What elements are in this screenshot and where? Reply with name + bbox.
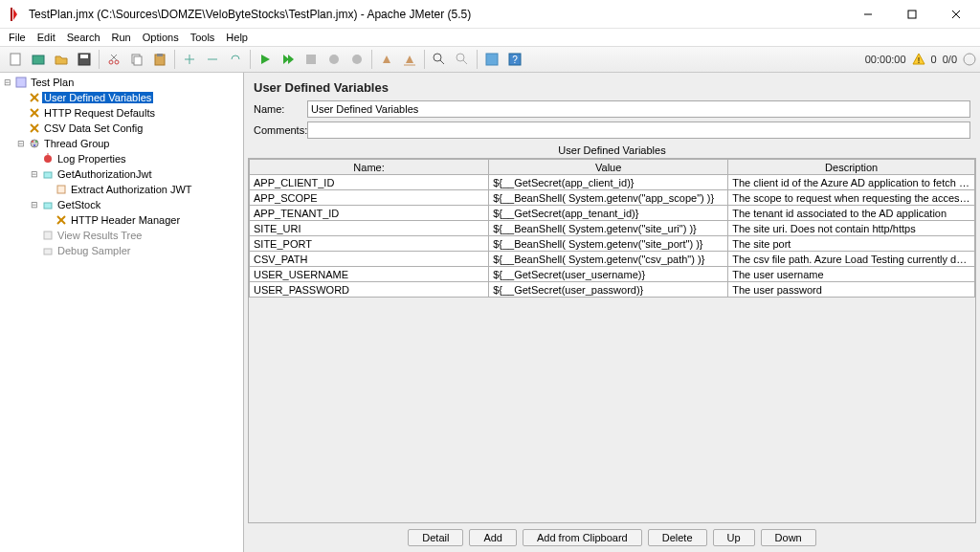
table-row[interactable]: SITE_PORT${__BeanShell( System.getenv("s… (250, 236, 975, 252)
table-cell[interactable]: ${__BeanShell( System.getenv("site_uri")… (489, 221, 728, 236)
svg-point-41 (35, 141, 37, 143)
collapse-icon[interactable]: ⊟ (15, 139, 27, 148)
table-cell[interactable]: ${__GetSecret(user_username)} (489, 267, 728, 282)
tree-user-defined-variables[interactable]: User Defined Variables (0, 90, 243, 105)
svg-point-31 (964, 54, 975, 65)
table-cell[interactable]: USER_PASSWORD (250, 282, 489, 298)
svg-point-42 (33, 144, 35, 146)
cut-button[interactable] (103, 49, 124, 70)
table-cell[interactable]: USER_USERNAME (250, 267, 489, 282)
stop-button[interactable] (301, 49, 322, 70)
menu-tools[interactable]: Tools (186, 32, 220, 43)
menu-file[interactable]: File (4, 32, 31, 43)
collapse-icon[interactable]: ⊟ (29, 200, 40, 210)
table-cell[interactable]: ${__GetSecret(user_password)} (489, 282, 728, 298)
collapse-button[interactable] (202, 49, 223, 70)
delete-button[interactable]: Delete (648, 529, 707, 546)
down-button[interactable]: Down (761, 529, 816, 546)
tree-http-header-manager[interactable]: HTTP Header Manager (0, 212, 243, 228)
maximize-button[interactable] (890, 0, 934, 29)
tree-log-properties[interactable]: Log Properties (0, 151, 243, 166)
clear-button[interactable] (376, 49, 397, 70)
run-indicator-icon (963, 53, 976, 66)
tree-get-authorization-jwt[interactable]: ⊟ GetAuthorizationJwt (0, 166, 243, 182)
save-button[interactable] (74, 49, 95, 70)
name-input[interactable] (307, 100, 970, 118)
col-name[interactable]: Name: (250, 160, 489, 175)
table-cell[interactable]: The csv file path. Azure Load Testing cu… (728, 252, 975, 267)
table-cell[interactable]: ${__BeanShell( System.getenv("app_scope"… (489, 190, 728, 206)
comments-label: Comments: (254, 124, 307, 136)
table-cell[interactable]: ${__GetSecret(app_tenant_id)} (489, 206, 728, 221)
tree-extract-authorization-jwt[interactable]: Extract Authorization JWT (0, 182, 243, 197)
tree-http-request-defaults[interactable]: HTTP Request Defaults (0, 105, 243, 121)
table-row[interactable]: USER_PASSWORD${__GetSecret(user_password… (250, 282, 975, 298)
table-row[interactable]: SITE_URI${__BeanShell( System.getenv("si… (250, 221, 975, 236)
panel-title: User Defined Variables (248, 77, 976, 99)
paste-button[interactable] (149, 49, 170, 70)
tree-get-stock[interactable]: ⊟ GetStock (0, 197, 243, 212)
table-row[interactable]: APP_SCOPE${__BeanShell( System.getenv("a… (250, 190, 975, 206)
collapse-icon[interactable]: ⊟ (29, 169, 40, 179)
table-cell[interactable]: APP_TENANT_ID (250, 206, 489, 221)
table-cell[interactable]: APP_SCOPE (250, 190, 489, 206)
menu-options[interactable]: Options (138, 32, 184, 43)
comments-input[interactable] (307, 121, 970, 139)
help-button[interactable]: ? (504, 49, 525, 70)
menu-edit[interactable]: Edit (33, 32, 60, 43)
table-cell[interactable]: ${__BeanShell( System.getenv("site_port"… (489, 236, 728, 252)
table-cell[interactable]: The user username (728, 267, 975, 282)
table-cell[interactable]: The scope to request when requesting the… (728, 190, 975, 206)
svg-point-43 (44, 155, 52, 163)
table-cell[interactable]: ${__BeanShell( System.getenv("csv_path")… (489, 252, 728, 267)
table-row[interactable]: APP_CLIENT_ID${__GetSecret(app_client_id… (250, 175, 975, 190)
up-button[interactable]: Up (713, 529, 755, 546)
table-row[interactable]: APP_TENANT_ID${__GetSecret(app_tenant_id… (250, 206, 975, 221)
shutdown-button[interactable] (323, 49, 345, 70)
tree-root[interactable]: ⊟ Test Plan (0, 75, 243, 90)
table-row[interactable]: USER_USERNAME${__GetSecret(user_username… (250, 267, 975, 282)
table-cell[interactable]: ${__GetSecret(app_client_id)} (489, 175, 728, 190)
table-cell[interactable]: APP_CLIENT_ID (250, 175, 489, 190)
open-button[interactable] (51, 49, 72, 70)
function-helper-button[interactable] (481, 49, 502, 70)
table-cell[interactable]: The site uri. Does not contain http/http… (728, 221, 975, 236)
table-cell[interactable]: The tenant id associated to the AD appli… (728, 206, 975, 221)
menu-search[interactable]: Search (62, 32, 105, 43)
menu-run[interactable]: Run (107, 32, 136, 43)
copy-button[interactable] (126, 49, 147, 70)
detail-button[interactable]: Detail (408, 529, 463, 546)
start-no-timers-button[interactable] (278, 49, 299, 70)
table-cell[interactable]: CSV_PATH (250, 252, 489, 267)
table-cell[interactable]: The client id of the Azure AD applicatio… (728, 175, 975, 190)
collapse-icon[interactable]: ⊟ (2, 77, 13, 87)
clear-all-button[interactable] (399, 49, 420, 70)
menu-help[interactable]: Help (221, 32, 253, 43)
table-cell[interactable]: SITE_URI (250, 221, 489, 236)
remote-start-button[interactable] (346, 49, 368, 70)
reset-search-button[interactable] (452, 49, 473, 70)
tree-csv-data-set-config[interactable]: CSV Data Set Config (0, 121, 243, 136)
config-icon (27, 106, 42, 120)
tree-view-results-tree[interactable]: View Results Tree (0, 228, 243, 243)
expand-button[interactable] (179, 49, 200, 70)
start-button[interactable] (255, 49, 276, 70)
add-button[interactable]: Add (469, 529, 517, 546)
search-button[interactable] (429, 49, 450, 70)
col-description[interactable]: Description (728, 160, 975, 175)
test-plan-tree[interactable]: ⊟ Test Plan User Defined Variables HTTP … (0, 73, 244, 552)
table-cell[interactable]: The user password (728, 282, 975, 298)
table-cell[interactable]: The site port (728, 236, 975, 252)
close-button[interactable] (934, 0, 978, 29)
variables-table[interactable]: Name: Value Description APP_CLIENT_ID${_… (248, 158, 976, 523)
table-cell[interactable]: SITE_PORT (250, 236, 489, 252)
col-value[interactable]: Value (489, 160, 728, 175)
minimize-button[interactable] (846, 0, 890, 29)
templates-button[interactable] (28, 49, 49, 70)
tree-thread-group[interactable]: ⊟ Thread Group (0, 136, 243, 151)
add-from-clipboard-button[interactable]: Add from Clipboard (523, 529, 642, 546)
table-row[interactable]: CSV_PATH${__BeanShell( System.getenv("cs… (250, 252, 975, 267)
tree-debug-sampler[interactable]: Debug Sampler (0, 243, 243, 258)
toggle-button[interactable] (225, 49, 246, 70)
new-button[interactable] (5, 49, 26, 70)
